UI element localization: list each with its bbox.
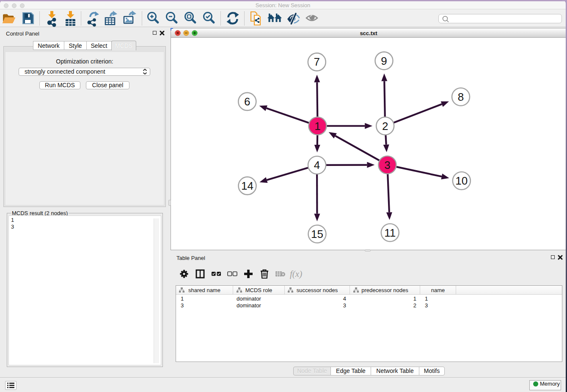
svg-text:7: 7 [314,55,320,68]
svg-text:3: 3 [384,159,390,171]
svg-text:f(x): f(x) [290,269,302,279]
svg-text:4: 4 [314,159,320,171]
svg-text:15: 15 [311,228,323,240]
svg-text:1: 1 [314,120,320,133]
svg-text:14: 14 [241,179,253,192]
svg-text:10: 10 [455,174,468,187]
svg-text:9: 9 [381,55,387,67]
svg-text:11: 11 [384,226,396,239]
svg-text:2: 2 [382,120,388,133]
svg-text:6: 6 [244,95,250,108]
svg-text:8: 8 [458,91,464,103]
